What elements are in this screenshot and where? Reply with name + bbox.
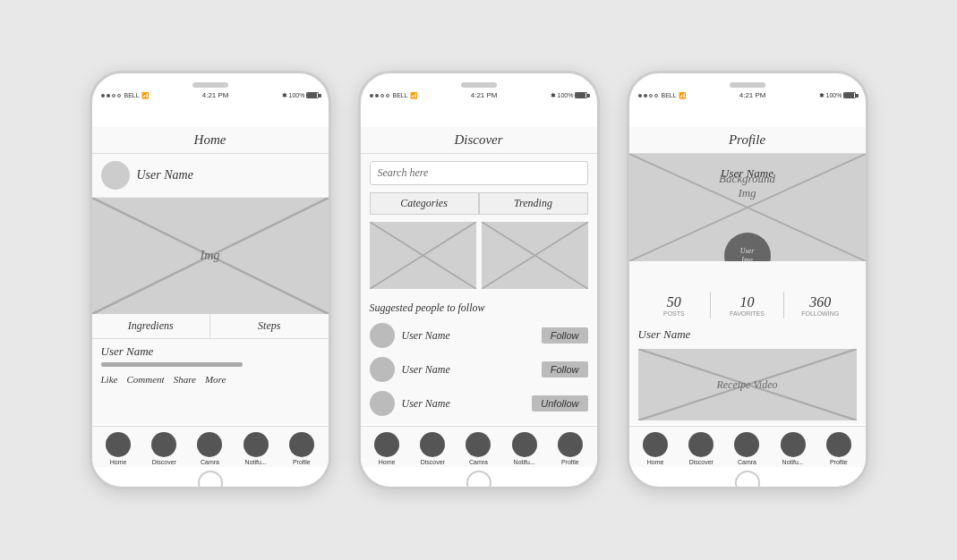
phone3-bottom: Home Discover Camra Notifu... Profile <box>629 426 866 487</box>
phones-container: BELL 📶 4:21 PM ✱ 100% Home User Name <box>72 53 886 507</box>
nav-notif-label: Notifu... <box>245 459 267 465</box>
carrier3-label: BELL <box>662 92 677 98</box>
carrier2-label: BELL <box>393 92 408 98</box>
phone3-title: Profile <box>629 127 866 154</box>
sig3-2 <box>644 94 647 98</box>
nav3-camera[interactable]: Camra <box>734 432 759 465</box>
phone3-status-right: ✱ 100% <box>819 92 857 99</box>
profile-username2: User Name <box>629 324 866 345</box>
phone-profile: BELL 📶 4:21 PM ✱ 100% Profile <box>627 71 868 489</box>
filter-trending[interactable]: Trending <box>479 192 588 215</box>
bt3-icon: ✱ <box>819 92 825 99</box>
sig2-1 <box>370 94 373 98</box>
notif2-nav-icon <box>512 432 537 457</box>
nav-discover-label: Discover <box>152 459 176 465</box>
follow-btn-1[interactable]: Follow <box>542 327 588 344</box>
phone1-home-button[interactable] <box>198 471 223 489</box>
nav2-home[interactable]: Home <box>374 432 399 465</box>
follow-btn-2[interactable]: Follow <box>542 361 588 378</box>
bat3-icon <box>843 92 856 98</box>
nav-home[interactable]: Home <box>106 432 131 465</box>
phone1-status: BELL 📶 4:21 PM ✱ 100% <box>92 88 329 99</box>
nav-notifications[interactable]: Notifu... <box>244 432 269 465</box>
tab-ingrediens[interactable]: Ingrediens <box>92 314 211 338</box>
search-placeholder: Search here <box>378 166 429 179</box>
sig3-1 <box>638 94 642 98</box>
person3-avatar <box>370 391 395 416</box>
camera-nav-icon <box>197 432 222 457</box>
phone-home: BELL 📶 4:21 PM ✱ 100% Home User Name <box>90 71 331 489</box>
nav2-profile-label: Profile <box>561 459 579 465</box>
posts-num: 50 <box>638 294 711 310</box>
camera3-nav-icon <box>734 432 759 457</box>
favorites-num: 10 <box>711 294 783 310</box>
phone2-status-right: ✱ 100% <box>551 92 588 99</box>
notif-nav-icon <box>244 432 269 457</box>
action-share[interactable]: Share <box>174 374 196 385</box>
home2-nav-icon <box>374 432 399 457</box>
profile-video[interactable]: Receipe Video <box>638 349 857 420</box>
nav3-notifications[interactable]: Notifu... <box>781 432 806 465</box>
nav3-camera-label: Camra <box>738 459 756 465</box>
nav-discover[interactable]: Discover <box>151 432 176 465</box>
status-left: BELL 📶 <box>101 92 150 99</box>
home-actions: Like Comment Share More <box>101 374 320 385</box>
stat-posts: 50 POSTS <box>638 294 711 317</box>
wifi-icon: 📶 <box>141 92 150 99</box>
unfollow-btn-3[interactable]: Unfollow <box>532 395 587 412</box>
discover2-nav-icon <box>420 432 445 457</box>
phone3-nav: Home Discover Camra Notifu... Profile <box>629 426 866 467</box>
action-like[interactable]: Like <box>101 374 118 385</box>
nav-profile[interactable]: Profile <box>289 432 314 465</box>
nav-camera[interactable]: Camra <box>197 432 222 465</box>
bat2-fill <box>576 93 585 98</box>
nav2-discover[interactable]: Discover <box>420 432 445 465</box>
nav2-camera[interactable]: Camra <box>466 432 491 465</box>
profile2-nav-icon <box>558 432 583 457</box>
phone1-title: Home <box>92 127 329 154</box>
home-user-section: User Name Like Comment Share More <box>92 339 329 390</box>
bg-img-label: BackgroundImg <box>719 172 775 200</box>
video-label: Receipe Video <box>716 378 777 392</box>
avatar-label: UserImg <box>740 247 755 261</box>
sig3-3 <box>649 94 653 98</box>
nav2-notifications[interactable]: Notifu... <box>512 432 537 465</box>
tab-steps[interactable]: Steps <box>210 314 329 338</box>
phone2-home-button[interactable] <box>466 471 491 489</box>
phone3-home-button[interactable] <box>735 471 760 489</box>
nav3-home[interactable]: Home <box>643 432 668 465</box>
sig3-4 <box>654 94 658 98</box>
bat3-pct: 100% <box>826 92 842 98</box>
nav2-profile[interactable]: Profile <box>558 432 583 465</box>
person-row-2: User Name Follow <box>361 352 597 386</box>
nav3-profile-label: Profile <box>830 459 848 465</box>
action-comment[interactable]: Comment <box>126 374 164 385</box>
person-row-1: User Name Follow <box>361 318 597 352</box>
battery-icon <box>306 92 319 98</box>
search-bar[interactable]: Search here <box>370 161 588 185</box>
discover-nav-icon <box>151 432 176 457</box>
profile3-nav-icon <box>826 432 851 457</box>
home-tabs: Ingrediens Steps <box>92 314 329 339</box>
phone3-time: 4:21 PM <box>739 91 766 99</box>
person1-name: User Name <box>402 329 534 343</box>
signal-dot3 <box>112 94 115 98</box>
nav2-camera-label: Camra <box>469 459 488 465</box>
thumb1-x <box>370 222 476 289</box>
nav3-profile[interactable]: Profile <box>826 432 851 465</box>
status2-left: BELL 📶 <box>370 92 418 99</box>
person2-name: User Name <box>402 363 534 377</box>
phone2-top: BELL 📶 4:21 PM ✱ 100% <box>361 73 597 125</box>
phone1-screen: Home User Name Img Ingrediens Steps User… <box>92 127 329 424</box>
nav3-discover[interactable]: Discover <box>688 432 713 465</box>
phone3-screen: Profile User Name BackgroundImg UserImg … <box>629 127 866 424</box>
phone2-screen: Discover Search here Categories Trending <box>361 127 597 424</box>
thumb1[interactable] <box>370 222 476 289</box>
phone1-status-right: ✱ 100% <box>282 92 320 99</box>
following-label: FOLLOWING <box>784 310 857 317</box>
person1-avatar <box>370 323 395 348</box>
action-more[interactable]: More <box>205 374 226 385</box>
filter-categories[interactable]: Categories <box>370 192 479 215</box>
nav2-home-label: Home <box>379 459 396 465</box>
thumb2[interactable] <box>482 222 588 289</box>
